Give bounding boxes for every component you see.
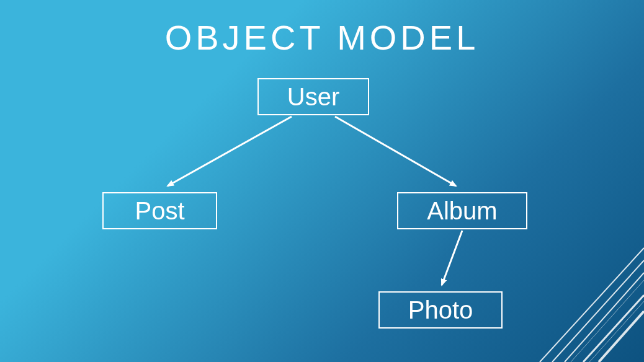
svg-line-5: [599, 311, 644, 362]
node-photo-label: Photo: [408, 296, 473, 324]
edge-user-post: [168, 117, 292, 186]
svg-line-7: [589, 301, 644, 362]
node-user-label: User: [287, 83, 339, 111]
node-user: User: [257, 78, 369, 115]
svg-line-2: [552, 260, 644, 362]
edge-album-photo: [442, 231, 462, 285]
svg-line-6: [571, 280, 644, 362]
svg-line-1: [540, 248, 644, 362]
svg-line-4: [583, 295, 644, 362]
edge-user-album: [335, 117, 456, 186]
node-photo: Photo: [378, 291, 503, 329]
node-album-label: Album: [427, 197, 497, 225]
node-post-label: Post: [135, 197, 184, 225]
node-album: Album: [397, 192, 527, 229]
slide-title: OBJECT MODEL: [0, 17, 644, 58]
svg-line-3: [565, 273, 644, 362]
node-post: Post: [102, 192, 217, 229]
